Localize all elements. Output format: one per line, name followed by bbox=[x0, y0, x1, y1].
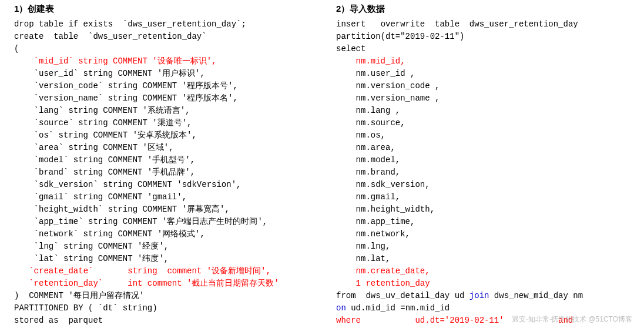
code-segment: `mid_id` string COMMENT '设备唯一标识', bbox=[34, 56, 217, 66]
code-segment: PARTITIONED BY ( `dt` string) bbox=[14, 303, 157, 313]
code-segment: nm.user_id , bbox=[336, 69, 415, 78]
code-segment: nm.source, bbox=[336, 118, 405, 128]
code-segment: dws_uv_detail_day ud bbox=[356, 291, 469, 300]
code-segment: `version_name` string COMMENT '程序版本名', bbox=[14, 93, 243, 103]
code-segment: nm.area, bbox=[336, 143, 395, 152]
code-segment: `lat` string COMMENT '纬度', bbox=[14, 254, 169, 263]
code-segment: nm.app_time, bbox=[336, 217, 415, 226]
code-segment: on bbox=[336, 303, 346, 313]
left-title: 1）创建表 bbox=[0, 2, 322, 16]
right-code-block: insert overwrite table dws_user_retentio… bbox=[322, 18, 644, 329]
code-segment: `lang` string COMMENT '系统语言', bbox=[14, 106, 195, 115]
right-title: 2）导入数据 bbox=[322, 2, 644, 16]
code-segment: nm.network, bbox=[336, 229, 410, 239]
code-segment: `version_code` string COMMENT '程序版本号', bbox=[14, 81, 243, 91]
code-segment: nm.lang , bbox=[336, 106, 400, 115]
code-segment: ) COMMENT '每日用户留存情况' bbox=[14, 291, 144, 300]
code-segment: nm.brand, bbox=[336, 168, 400, 177]
code-segment bbox=[14, 56, 34, 66]
code-segment: `source` string COMMENT '渠道号', bbox=[14, 118, 197, 128]
code-segment: `brand` string COMMENT '手机品牌', bbox=[14, 168, 200, 177]
code-segment: `app_time` string COMMENT '客户端日志产生时的时间', bbox=[14, 217, 267, 226]
code-segment: `retention_day` int comment '截止当前日期留存天数' bbox=[29, 279, 279, 288]
code-segment: ud.mid_id =nm.mid_id bbox=[346, 303, 450, 313]
code-segment: `user_id` string COMMENT '用户标识', bbox=[14, 69, 210, 78]
code-segment: nm.model, bbox=[336, 155, 400, 165]
code-segment: table dws_user_retention_day bbox=[425, 19, 578, 29]
code-segment: `sdk_version` string COMMENT 'sdkVersion… bbox=[14, 180, 246, 189]
code-segment: nm.mid_id, bbox=[356, 56, 405, 66]
code-segment bbox=[14, 279, 29, 288]
code-segment: nm.lat, bbox=[336, 254, 390, 263]
code-segment: from bbox=[336, 291, 356, 300]
code-segment: nm.height_width, bbox=[336, 205, 435, 214]
code-segment: nm.sdk_version, bbox=[336, 180, 430, 189]
code-segment: `model` string COMMENT '手机型号', bbox=[14, 155, 200, 165]
code-segment bbox=[336, 266, 356, 276]
code-segment: nm.create_date, bbox=[356, 266, 430, 276]
right-column: 2）导入数据 insert overwrite table dws_user_r… bbox=[322, 0, 644, 328]
left-code-block: drop table if exists `dws_user_retention… bbox=[0, 18, 322, 329]
code-segment: insert bbox=[336, 19, 381, 29]
code-segment: nm.version_name , bbox=[336, 93, 440, 103]
code-segment: `lng` string COMMENT '经度', bbox=[14, 242, 169, 251]
code-segment: `area` string COMMENT '区域', bbox=[14, 143, 179, 152]
code-segment: ( bbox=[14, 44, 19, 53]
code-segment: nm.gmail, bbox=[336, 192, 400, 202]
code-segment: nm.version_code , bbox=[336, 81, 440, 91]
code-segment: nm.lng, bbox=[336, 242, 390, 251]
code-segment: stored as parquet bbox=[14, 316, 103, 325]
left-column: 1）创建表 drop table if exists `dws_user_ret… bbox=[0, 0, 322, 328]
code-segment: join bbox=[469, 291, 489, 300]
code-segment: partition(dt="2019-02-11") bbox=[336, 32, 464, 41]
code-segment: `create_date` string comment '设备新增时间', bbox=[29, 266, 271, 276]
code-segment: create table `dws_user_retention_day` bbox=[14, 32, 207, 41]
watermark: 遇安·知非常·抚学的技术 @51CTO博客 bbox=[512, 314, 632, 324]
code-segment: 1 retention_day bbox=[356, 279, 430, 288]
code-segment: `gmail` string COMMENT 'gmail', bbox=[14, 192, 192, 202]
code-segment: `os` string COMMENT '安卓系统版本', bbox=[14, 130, 202, 140]
code-segment: select bbox=[336, 44, 365, 53]
code-segment bbox=[14, 266, 29, 276]
code-segment: drop table if exists `dws_user_retention… bbox=[14, 19, 246, 29]
code-segment bbox=[336, 279, 356, 288]
code-segment: dws_new_mid_day nm bbox=[489, 291, 588, 300]
code-segment: nm.os, bbox=[336, 130, 385, 140]
code-segment: `network` string COMMENT '网络模式', bbox=[14, 229, 205, 239]
code-segment bbox=[336, 56, 356, 66]
code-segment: overwrite bbox=[381, 19, 425, 29]
code-segment: `height_width` string COMMENT '屏幕宽高', bbox=[14, 205, 230, 214]
